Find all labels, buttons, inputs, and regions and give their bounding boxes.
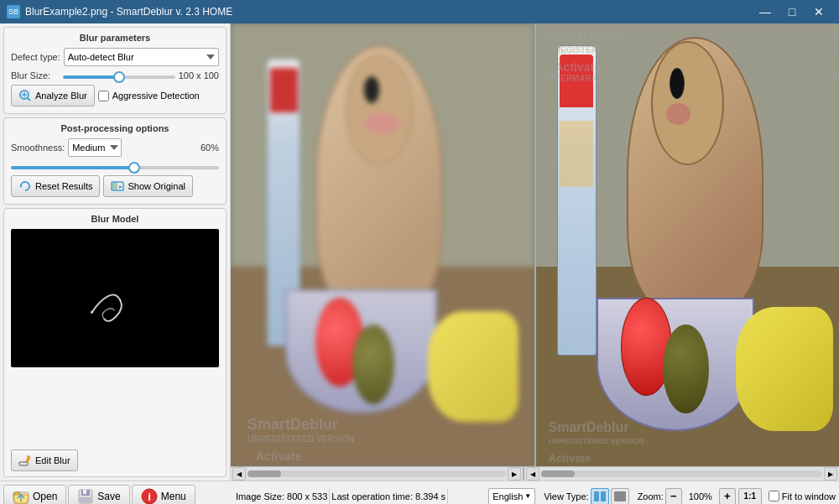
- blur-size-slider-wrap: [63, 70, 175, 81]
- language-dropdown[interactable]: English ▼: [488, 488, 535, 505]
- kiwi: [352, 325, 395, 404]
- deblurred-image: SmartDeblur UNREGISTERED VERSION Activat…: [536, 23, 840, 466]
- svg-rect-17: [83, 490, 86, 494]
- zoom-reset-button[interactable]: 1:1: [738, 488, 762, 505]
- image-panels: SmartDeblur UNREGISTERED VERSION Activat…: [231, 23, 839, 466]
- window-title: BlurExample2.png - SmartDeblur v. 2.3 HO…: [25, 6, 232, 18]
- app-icon: SB: [7, 5, 20, 18]
- left-scroll-track[interactable]: [248, 470, 506, 477]
- right-scroll-track[interactable]: [541, 470, 822, 477]
- post-processing-title: Post-processing options: [11, 123, 219, 133]
- deblurred-kiwi: [663, 325, 708, 413]
- split-view-icon: [594, 491, 606, 501]
- blur-model-title: Blur Model: [11, 214, 219, 224]
- last-operation-status: Last operation time: 8.394 s: [331, 491, 446, 501]
- zoom-label: Zoom:: [638, 491, 664, 501]
- reset-results-label: Reset Results: [35, 181, 92, 191]
- blur-params-title: Blur parameters: [11, 33, 219, 43]
- blur-size-slider[interactable]: [63, 75, 175, 79]
- smoothness-slider-row: [11, 160, 219, 172]
- aggressive-detection-checkbox[interactable]: [98, 91, 109, 101]
- zoom-controls: − 100% + 1:1: [665, 488, 762, 505]
- reset-icon: [18, 179, 32, 193]
- left-scroll-thumb[interactable]: [248, 470, 281, 477]
- analyze-icon: [18, 89, 32, 102]
- smoothness-slider[interactable]: [11, 166, 219, 169]
- image-area: SmartDeblur UNREGISTERED VERSION Activat…: [231, 23, 839, 481]
- left-panel: Blur parameters Defect type: Auto-detect…: [0, 23, 231, 481]
- smoothness-percent: 60%: [179, 143, 219, 153]
- toy-eye: [364, 76, 379, 103]
- bananas: [428, 311, 519, 422]
- right-scroll-left-btn[interactable]: ◀: [526, 467, 539, 481]
- deblurred-bottle-cap: [560, 55, 593, 107]
- zoom-in-button[interactable]: +: [719, 488, 736, 505]
- save-icon: [77, 488, 94, 505]
- fit-to-window-label[interactable]: Fit to window: [769, 491, 836, 501]
- fit-to-window-checkbox[interactable]: [769, 491, 779, 501]
- svg-rect-23: [614, 491, 626, 501]
- edit-blur-label: Edit Blur: [35, 455, 70, 465]
- smoothness-slider-wrap: [11, 160, 219, 172]
- maximize-button[interactable]: □: [779, 0, 805, 23]
- zoom-value: 100%: [685, 491, 717, 501]
- close-button[interactable]: ✕: [805, 0, 832, 23]
- reset-results-button[interactable]: Reset Results: [11, 175, 100, 197]
- single-view-icon: [614, 491, 626, 501]
- bottle-cap: [270, 68, 298, 112]
- svg-line-1: [27, 97, 30, 101]
- language-arrow-icon: ▼: [524, 492, 531, 500]
- svg-marker-7: [119, 185, 122, 189]
- smoothness-select[interactable]: Low Medium High: [68, 138, 122, 157]
- defect-type-label: Defect type:: [11, 52, 60, 62]
- left-scrollbar: ◀ ▶: [231, 467, 524, 481]
- view-single-button[interactable]: [611, 488, 629, 505]
- left-scroll-right-btn[interactable]: ▶: [508, 467, 521, 481]
- save-label: Save: [97, 491, 120, 502]
- image-size-status: Image Size: 800 x 533: [236, 491, 327, 501]
- blur-size-label: Blur Size:: [11, 70, 60, 81]
- right-scrollbar: ◀ ▶: [524, 467, 839, 481]
- toy-nose: [364, 112, 400, 134]
- svg-point-9: [91, 311, 93, 314]
- aggressive-detection-label[interactable]: Aggressive Detection: [98, 85, 200, 107]
- zoom-out-button[interactable]: −: [665, 488, 682, 505]
- show-original-button[interactable]: Show Original: [103, 175, 192, 197]
- menu-button[interactable]: i Menu: [132, 485, 195, 505]
- scrollbar-area: ◀ ▶ ◀ ▶: [231, 466, 839, 481]
- minimize-button[interactable]: —: [752, 0, 779, 23]
- edit-blur-button[interactable]: Edit Blur: [11, 449, 78, 471]
- analyze-blur-button[interactable]: Analyze Blur: [11, 85, 95, 107]
- original-image-panel: SmartDeblur UNREGISTERED VERSION Activat…: [231, 23, 534, 466]
- blur-size-row: Blur Size: 100 x 100: [11, 70, 219, 81]
- blur-model-section: Blur Model: [3, 208, 227, 477]
- right-scroll-right-btn[interactable]: ▶: [824, 467, 837, 481]
- toy-head: [346, 55, 413, 165]
- view-type-group: [591, 488, 629, 505]
- post-process-buttons: Reset Results Show Original: [11, 175, 219, 197]
- blur-model-svg: [11, 229, 219, 367]
- status-sep-1: [329, 489, 330, 504]
- analyze-blur-label: Analyze Blur: [35, 91, 87, 101]
- open-icon: [13, 488, 29, 505]
- svg-text:i: i: [148, 491, 151, 503]
- defect-type-select[interactable]: Auto-detect Blur Out of Focus Blur Motio…: [64, 48, 219, 66]
- deblurred-bananas: [736, 307, 833, 431]
- svg-rect-22: [601, 491, 606, 501]
- view-type-label: View Type:: [544, 491, 588, 501]
- save-button[interactable]: Save: [68, 485, 129, 505]
- edit-blur-button-container: Edit Blur: [11, 449, 78, 471]
- bottom-toolbar: Open Save i Menu Image Size: 800 x 533 L…: [0, 481, 839, 504]
- title-bar: SB BlurExample2.png - SmartDeblur v. 2.3…: [0, 0, 839, 23]
- open-button[interactable]: Open: [3, 485, 66, 505]
- blur-params-section: Blur parameters Defect type: Auto-detect…: [3, 27, 227, 114]
- language-value: English: [492, 491, 523, 501]
- show-original-icon: [111, 179, 124, 193]
- right-scroll-thumb[interactable]: [541, 470, 575, 477]
- view-split-button[interactable]: [591, 488, 609, 505]
- svg-rect-8: [11, 231, 219, 365]
- status-sep-2: [447, 489, 448, 504]
- left-scroll-left-btn[interactable]: ◀: [232, 467, 246, 481]
- edit-blur-icon: [18, 454, 32, 467]
- main-area: Blur parameters Defect type: Auto-detect…: [0, 23, 839, 481]
